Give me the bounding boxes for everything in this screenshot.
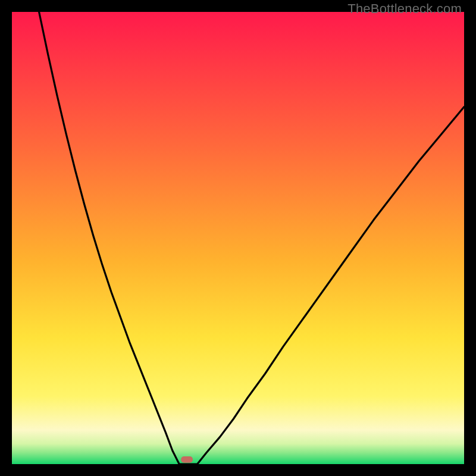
optimal-marker [181, 456, 193, 463]
watermark-text: TheBottleneck.com [347, 1, 462, 17]
gradient-background [12, 12, 464, 464]
bottleneck-chart [12, 12, 464, 464]
chart-frame [12, 12, 464, 464]
